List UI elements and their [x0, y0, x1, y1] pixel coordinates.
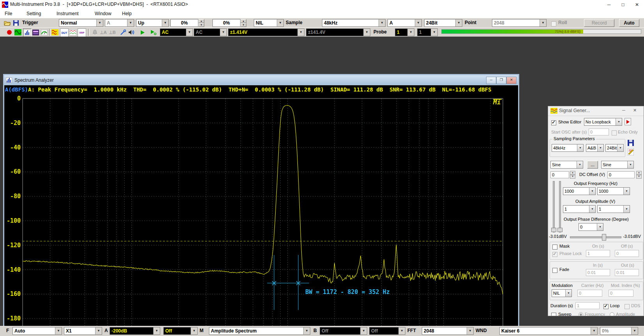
- chevron-down-icon[interactable]: ▼: [95, 327, 102, 334]
- device-test-plan-icon[interactable]: DUT: [60, 28, 69, 37]
- generator-bits-combo[interactable]: 24Bit▼: [605, 144, 624, 152]
- chevron-down-icon[interactable]: ▼: [591, 327, 597, 334]
- level-fader-b-handle[interactable]: [557, 228, 563, 232]
- generator-channels-combo[interactable]: A&B▼: [586, 144, 604, 152]
- edit-signal-icon[interactable]: [628, 148, 634, 155]
- save-icon[interactable]: [12, 19, 20, 27]
- minimize-button[interactable]: ─: [622, 108, 625, 113]
- chevron-down-icon[interactable]: ▼: [455, 19, 462, 26]
- chevron-down-icon[interactable]: ▼: [623, 188, 630, 195]
- chevron-down-icon[interactable]: ▼: [577, 144, 583, 151]
- data-logger-icon[interactable]: [40, 28, 48, 36]
- chevron-down-icon[interactable]: ▼: [589, 206, 595, 213]
- modulation-type-combo[interactable]: NIL▼: [552, 289, 572, 297]
- spectrum-window-titlebar[interactable]: Spectrum Analyzer ─ ❐ ✕: [4, 75, 518, 85]
- run-icon[interactable]: [139, 28, 147, 36]
- chevron-down-icon[interactable]: ▼: [162, 19, 168, 26]
- maximize-button[interactable]: □: [616, 0, 630, 9]
- sample-channel-combo[interactable]: A▼: [387, 19, 422, 27]
- range-a2-combo[interactable]: Off▼: [163, 327, 198, 335]
- chevron-down-icon[interactable]: ▼: [627, 161, 633, 168]
- close-button[interactable]: ✕: [506, 77, 517, 84]
- auto-button[interactable]: Auto: [619, 19, 639, 27]
- chevron-down-icon[interactable]: ▼: [153, 327, 160, 334]
- frequency-a-combo[interactable]: 1000▼: [563, 187, 596, 195]
- spin-up-icon[interactable]: ▲: [636, 171, 642, 175]
- trigger-mode-combo[interactable]: Normal▼: [59, 19, 103, 27]
- level-fader-a-handle[interactable]: [551, 228, 556, 232]
- spin-up-icon[interactable]: ▲: [241, 19, 246, 23]
- open-file-icon[interactable]: [3, 19, 11, 27]
- probe-calibration-icon[interactable]: [119, 28, 127, 36]
- speaker-icon[interactable]: [127, 28, 135, 36]
- level-fader-a[interactable]: [553, 181, 555, 232]
- generator-run-button[interactable]: [625, 118, 631, 125]
- menu-item-help[interactable]: Help: [120, 11, 133, 17]
- chevron-down-icon[interactable]: ▼: [565, 290, 571, 297]
- restore-button[interactable]: ❐: [496, 77, 506, 84]
- menu-item-window[interactable]: Window: [93, 11, 113, 17]
- phase-difference-combo[interactable]: 0▼: [579, 223, 603, 231]
- trigger-edge-combo[interactable]: Up▼: [136, 19, 169, 27]
- spectrum-chart[interactable]: 0-20-40-60-80-100-120-140-160-180-200205…: [4, 94, 518, 336]
- chevron-down-icon[interactable]: ▼: [577, 161, 583, 168]
- mask-checkbox[interactable]: [552, 243, 557, 250]
- sample-bits-combo[interactable]: 24Bit▼: [424, 19, 462, 27]
- chevron-down-icon[interactable]: ▼: [623, 206, 630, 213]
- chevron-down-icon[interactable]: ▼: [55, 327, 62, 334]
- fft-size-combo[interactable]: 2048▼: [422, 327, 474, 335]
- amplitude-b-combo[interactable]: 1▼: [597, 205, 630, 213]
- chevron-down-icon[interactable]: ▼: [303, 327, 310, 334]
- trigger-level-spinner[interactable]: 0%▲▼: [170, 19, 204, 27]
- balance-slider-handle[interactable]: [602, 234, 606, 241]
- spin-down-icon[interactable]: ▼: [198, 23, 204, 27]
- hpf-combo[interactable]: NIL▼: [254, 19, 284, 27]
- coupling-a-combo[interactable]: AC▼: [160, 28, 193, 36]
- loopback-combo[interactable]: No Loopback▼: [584, 118, 622, 126]
- menu-item-setting[interactable]: Setting: [25, 11, 42, 17]
- chevron-down-icon[interactable]: ▼: [415, 19, 421, 26]
- close-button[interactable]: ✕: [633, 108, 637, 113]
- chevron-down-icon[interactable]: ▼: [379, 19, 385, 26]
- fade-checkbox[interactable]: [552, 267, 557, 274]
- minimize-button[interactable]: ─: [602, 0, 616, 9]
- view-mode-combo[interactable]: Amplitude Spectrum▼: [209, 327, 310, 335]
- signal-generator-icon[interactable]: [14, 28, 22, 36]
- level-fader-b[interactable]: [559, 181, 561, 232]
- spin-down-icon[interactable]: ▼: [636, 175, 642, 179]
- chevron-down-icon[interactable]: ▼: [297, 29, 304, 36]
- dc-offset-b-input[interactable]: 0: [607, 171, 635, 178]
- lcr-meter-icon[interactable]: [69, 28, 77, 36]
- spin-down-icon[interactable]: ▼: [241, 23, 246, 27]
- menu-item-file[interactable]: File: [3, 11, 14, 17]
- probe-a-combo[interactable]: 1▼: [395, 28, 414, 36]
- multimeter-icon[interactable]: [32, 28, 39, 36]
- close-button[interactable]: ✕: [630, 0, 644, 9]
- dc-offset-a-spinner[interactable]: ▲▼: [570, 171, 575, 179]
- waveform-a-combo[interactable]: Sine▼: [550, 161, 583, 169]
- chevron-down-icon[interactable]: ▼: [597, 144, 603, 151]
- run-loop-icon[interactable]: [149, 28, 157, 36]
- range-a-combo[interactable]: ±1.414V▼: [228, 28, 304, 36]
- dc-offset-b-spinner[interactable]: ▲▼: [636, 171, 642, 179]
- minimize-button[interactable]: ─: [486, 77, 496, 84]
- chevron-down-icon[interactable]: ▼: [467, 327, 473, 334]
- spectrum-analyzer-icon[interactable]: [23, 28, 32, 37]
- frequency-range-combo[interactable]: Auto▼: [12, 327, 62, 335]
- ddp-viewer-icon[interactable]: DDP: [78, 28, 86, 37]
- window-function-combo[interactable]: Kaiser 6▼: [499, 327, 598, 335]
- show-editor-checkbox[interactable]: [551, 119, 556, 126]
- chevron-down-icon[interactable]: ▼: [186, 29, 193, 36]
- save-signal-icon[interactable]: [628, 140, 634, 146]
- sweep-checkbox[interactable]: [551, 311, 556, 316]
- loop-checkbox[interactable]: [603, 303, 609, 310]
- chevron-down-icon[interactable]: ▼: [407, 29, 414, 36]
- signal-generator-titlebar[interactable]: Signal Gener... ─ ✕: [548, 106, 644, 116]
- waveform-b-combo[interactable]: Sine▼: [601, 161, 634, 169]
- generator-rate-combo[interactable]: 48kHz▼: [552, 144, 584, 152]
- chevron-down-icon[interactable]: ▼: [597, 223, 603, 230]
- spin-up-icon[interactable]: ▲: [570, 171, 575, 175]
- sample-rate-combo[interactable]: 48kHz▼: [322, 19, 386, 27]
- range-a-combo[interactable]: -200dB▼: [110, 327, 160, 335]
- zoom-combo[interactable]: X1▼: [64, 327, 102, 335]
